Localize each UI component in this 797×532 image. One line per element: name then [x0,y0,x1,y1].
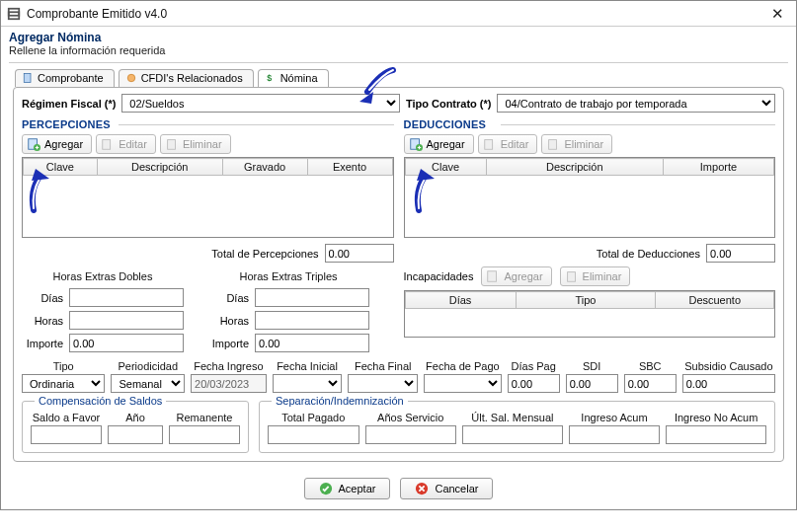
editar-percepcion-button: Editar [96,134,156,154]
svg-rect-14 [484,140,492,150]
ingreso-acum-input[interactable] [569,425,661,444]
col-descuento: Descuento [656,292,774,309]
delete-icon [565,269,579,283]
tipo-label: Tipo [22,360,105,372]
deducciones-grid[interactable]: Clave Descripción Importe [404,157,776,238]
svg-rect-11 [168,140,176,150]
importe-label: Importe [207,338,249,349]
fecha-pago-select[interactable] [424,374,502,393]
total-deducciones-label: Total de Deducciones [597,248,700,260]
col-clave: Clave [405,159,486,176]
contrato-select[interactable]: 04/Contrato de trabajo por temporada [497,94,775,113]
agregar-deduccion-button[interactable]: Agregar [404,134,474,154]
regimen-label: Régimen Fiscal (*) [22,98,116,110]
compensacion-legend: Compensación de Saldos [35,395,166,407]
cancelar-button[interactable]: Cancelar [400,478,493,499]
ingreso-no-acum-label: Ingreso No Acum [666,412,766,423]
he-triples-title: Horas Extras Triples [207,270,369,282]
total-percepciones-input[interactable] [325,244,394,263]
col-desc: Descripción [97,159,222,176]
col-clave: Clave [24,159,98,176]
window-title: Comprobante Emitido v4.0 [27,7,765,21]
anio-input[interactable] [108,425,163,444]
x-icon [415,482,429,495]
eliminar-percepcion-button: Eliminar [160,134,231,154]
horas-label: Horas [22,315,63,327]
saldo-favor-input[interactable] [31,425,102,444]
svg-rect-17 [567,272,575,282]
remanente-input[interactable] [169,425,240,444]
sbc-input[interactable] [624,374,677,393]
he-dobles-importe[interactable] [69,334,184,352]
col-exento: Exento [307,159,392,176]
incapacidades-grid[interactable]: Días Tipo Descuento [404,290,776,338]
titlebar: Comprobante Emitido v4.0 ✕ [1,1,796,27]
anio-label: Año [108,412,163,423]
periodicidad-select[interactable]: Semanal [111,374,185,393]
percepciones-title: PERCEPCIONES [22,116,394,132]
fecha-ingreso-input [191,374,267,393]
col-tipo: Tipo [516,292,656,309]
tab-label: Nómina [280,72,318,84]
sdi-input[interactable] [566,374,618,393]
total-pagado-input[interactable] [268,425,359,444]
ult-sal-mensual-label: Últ. Sal. Mensual [462,412,563,423]
tab-cfdis[interactable]: CFDI's Relacionados [119,69,254,87]
tipo-select[interactable]: Ordinaria [22,374,105,393]
horas-label: Horas [207,315,249,327]
check-icon [319,482,333,495]
agregar-percepcion-button[interactable]: Agregar [22,134,92,154]
he-dobles-title: Horas Extras Dobles [22,270,184,282]
separacion-group: Separación/Indemnización Total Pagado Añ… [259,401,775,453]
fecha-final-select[interactable] [348,374,418,393]
delete-icon [546,137,560,151]
he-dobles-dias[interactable] [69,288,184,307]
saldo-favor-label: Saldo a Favor [31,412,102,423]
fecha-inicial-label: Fecha Inicial [273,360,343,372]
total-percepciones-label: Total de Percepciones [211,248,318,260]
ult-sal-mensual-input[interactable] [462,425,563,444]
app-icon [7,7,21,21]
add-icon [409,137,423,151]
total-deducciones-input[interactable] [706,244,775,263]
svg-rect-10 [103,140,111,150]
svg-point-3 [127,74,135,82]
remanente-label: Remanente [169,412,240,423]
compensacion-group: Compensación de Saldos Saldo a Favor Año… [22,401,249,453]
separacion-legend: Separación/Indemnización [272,395,408,407]
page-subtext: Rellene la información requerida [9,44,788,56]
svg-rect-1 [9,12,20,16]
incapacidades-title: Incapacidades [404,270,474,282]
tab-nomina[interactable]: $ Nómina [258,69,329,87]
dias-label: Días [207,292,249,304]
diaspag-input[interactable] [508,374,560,393]
col-importe: Importe [663,159,773,176]
contrato-label: Tipo Contrato (*) [406,98,492,110]
fecha-ingreso-label: Fecha Ingreso [191,360,267,372]
svg-rect-0 [9,8,20,19]
editar-deduccion-button: Editar [478,134,538,154]
tab-label: CFDI's Relacionados [141,72,243,84]
fecha-inicial-select[interactable] [273,374,343,393]
subsidio-input[interactable] [682,374,775,393]
he-triples-importe[interactable] [255,334,369,352]
svg-text:$: $ [267,73,272,83]
anios-servicio-input[interactable] [365,425,457,444]
he-triples-horas[interactable] [255,311,369,330]
svg-rect-15 [549,140,557,150]
tab-comprobante[interactable]: Comprobante [15,69,115,87]
he-triples-dias[interactable] [255,288,369,307]
ingreso-acum-label: Ingreso Acum [569,412,661,423]
percepciones-grid[interactable]: Clave Descripción Gravado Exento [22,157,394,238]
regimen-select[interactable]: 02/Sueldos [121,94,400,113]
svg-rect-2 [24,74,31,83]
sdi-label: SDI [566,360,618,372]
agregar-incapacidad-button: Agregar [481,266,551,286]
periodicidad-label: Periodicidad [111,360,185,372]
close-icon[interactable]: ✕ [765,3,790,25]
tabs: Comprobante CFDI's Relacionados $ Nómina [1,63,796,87]
ingreso-no-acum-input[interactable] [666,425,766,444]
col-dias: Días [405,292,516,309]
aceptar-button[interactable]: Aceptar [304,478,391,499]
he-dobles-horas[interactable] [69,311,184,330]
